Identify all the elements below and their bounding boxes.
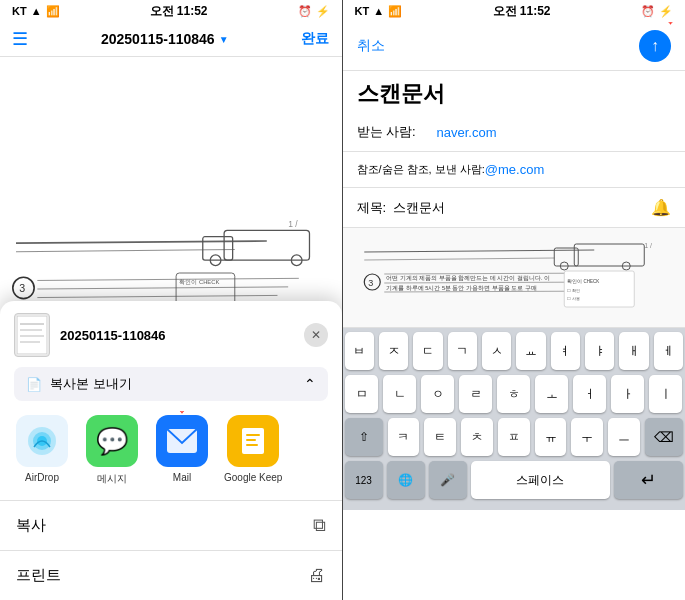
right-wifi-icon: 📶 [388, 5, 402, 18]
space-key[interactable]: 스페이스 [471, 461, 610, 499]
right-signal-icon: ▲ [373, 5, 384, 17]
key-nieun[interactable]: ㄴ [383, 375, 416, 413]
left-done-button[interactable]: 완료 [301, 30, 329, 48]
left-carrier: KT [12, 5, 27, 17]
keyboard-row-3: ⇧ ㅋ ㅌ ㅊ ㅍ ㅠ ㅜ ㅡ ⌫ [345, 418, 684, 456]
keep-item[interactable]: Google Keep [224, 415, 282, 486]
keyboard-row-1: ㅂ ㅈ ㄷ ㄱ ㅅ ㅛ ㅕ ㅑ ㅐ ㅔ [345, 332, 684, 370]
key-yeo[interactable]: ㅕ [551, 332, 580, 370]
svg-text:3: 3 [368, 278, 373, 288]
key-tieut[interactable]: ㅌ [424, 418, 456, 456]
key-eu[interactable]: ㅡ [608, 418, 640, 456]
airdrop-item[interactable]: AirDrop [14, 415, 70, 486]
compose-subject-field: 제목: 스캔문서 🔔 [343, 188, 686, 228]
send-button[interactable]: ↓ ↑ [639, 30, 671, 62]
left-nav-bar: ☰ 20250115-110846 ▼ 완료 [0, 22, 342, 57]
key-rieul[interactable]: ㄹ [459, 375, 492, 413]
key-ieung[interactable]: ㅇ [421, 375, 454, 413]
right-time: 오전 11:52 [493, 3, 551, 20]
subject-value[interactable]: 스캔문서 [393, 199, 652, 217]
key-chieut[interactable]: ㅊ [461, 418, 493, 456]
left-signal-icon: ▲ [31, 5, 42, 17]
key-siot[interactable]: ㅅ [482, 332, 511, 370]
send-icon: ↑ [651, 37, 659, 55]
right-alarm-icon: ⏰ [641, 5, 655, 18]
key-u[interactable]: ㅜ [571, 418, 603, 456]
svg-text:☐ 확인: ☐ 확인 [567, 288, 580, 293]
key-ae[interactable]: ㅐ [619, 332, 648, 370]
left-status-right: ⏰ ⚡ [298, 5, 330, 18]
key-jieut[interactable]: ㅈ [379, 332, 408, 370]
to-value[interactable]: naver.com [437, 125, 672, 140]
key-bieup[interactable]: ㅂ [345, 332, 374, 370]
cancel-button[interactable]: 취소 [357, 37, 385, 55]
shift-key[interactable]: ⇧ [345, 418, 383, 456]
mini-doc-svg: 1 / 3 어떤 기계의 제품의 부품을 함께만드는 데 시간이 걸립니다. 이… [351, 236, 678, 328]
share-close-button[interactable]: ✕ [304, 323, 328, 347]
key-digeut[interactable]: ㄷ [413, 332, 442, 370]
left-status-bar: KT ▲ 📶 오전 11:52 ⏰ ⚡ [0, 0, 342, 22]
messages-icon-bg: 💬 [86, 415, 138, 467]
left-time: 오전 11:52 [150, 3, 208, 20]
cc-value[interactable]: @me.com [485, 162, 671, 177]
left-battery-icon: ⚡ [316, 5, 330, 18]
left-alarm-icon: ⏰ [298, 5, 312, 18]
delete-key[interactable]: ⌫ [645, 418, 683, 456]
compose-cc-field: 참조/숨은 참조, 보낸 사람: @me.com [343, 152, 686, 188]
app-icons-row: AirDrop 💬 메시지 ↓ Mail [0, 411, 342, 500]
key-123[interactable]: 123 [345, 461, 383, 499]
mail-item[interactable]: ↓ Mail [154, 415, 210, 486]
globe-key[interactable]: 🌐 [387, 461, 425, 499]
svg-text:☐ 사용: ☐ 사용 [567, 296, 580, 301]
key-yo[interactable]: ㅛ [516, 332, 545, 370]
left-phone: KT ▲ 📶 오전 11:52 ⏰ ⚡ ☰ 20250115-110846 ▼ … [0, 0, 342, 600]
print-action[interactable]: 프린트 🖨 [0, 550, 342, 600]
svg-text:3: 3 [19, 282, 25, 294]
key-hieut[interactable]: ㅎ [497, 375, 530, 413]
airdrop-icon [26, 425, 58, 457]
svg-text:1 /: 1 / [644, 242, 652, 249]
mail-icon [167, 429, 197, 453]
key-o[interactable]: ㅗ [535, 375, 568, 413]
share-thumbnail [14, 313, 50, 357]
return-key[interactable]: ↵ [614, 461, 684, 499]
key-kieuk[interactable]: ㅋ [388, 418, 420, 456]
action-selector[interactable]: 📄 복사본 보내기 ⌃ [14, 367, 328, 401]
svg-rect-44 [246, 434, 260, 436]
left-menu-icon[interactable]: ☰ [12, 28, 28, 50]
key-eo[interactable]: ㅓ [573, 375, 606, 413]
compose-title: 스캔문서 [343, 71, 686, 113]
key-i[interactable]: ㅣ [649, 375, 682, 413]
svg-text:어떤 기계의 제품의 부품을 함께만드는 데 시간이 걸립니: 어떤 기계의 제품의 부품을 함께만드는 데 시간이 걸립니다. 이 [386, 275, 550, 281]
korean-keyboard: ㅂ ㅈ ㄷ ㄱ ㅅ ㅛ ㅕ ㅑ ㅐ ㅔ ㅁ ㄴ ㅇ ㄹ ㅎ ㅗ ㅓ ㅏ [343, 328, 686, 510]
messages-label: 메시지 [97, 472, 127, 486]
right-carrier: KT [355, 5, 370, 17]
keep-icon [238, 426, 268, 456]
airdrop-label: AirDrop [25, 472, 59, 483]
messages-item[interactable]: 💬 메시지 [84, 415, 140, 486]
svg-rect-46 [246, 444, 258, 446]
action-selector-icon: 📄 [26, 377, 42, 392]
right-battery-icon: ⚡ [659, 5, 673, 18]
send-arrow-indicator: ↓ [666, 22, 675, 29]
key-yu[interactable]: ㅠ [535, 418, 567, 456]
key-e[interactable]: ㅔ [654, 332, 683, 370]
subject-label: 제목: [357, 199, 393, 217]
mail-arrow-indicator: ↓ [178, 411, 187, 418]
mail-label: Mail [173, 472, 191, 483]
key-giyeok[interactable]: ㄱ [448, 332, 477, 370]
copy-action[interactable]: 복사 ⧉ [0, 500, 342, 550]
share-doc-title: 20250115-110846 [60, 328, 304, 343]
left-chevron-icon: ▼ [219, 34, 229, 45]
share-title-area: 20250115-110846 [50, 328, 304, 343]
right-status-right: ⏰ ⚡ [641, 5, 673, 18]
mic-key[interactable]: 🎤 [429, 461, 467, 499]
svg-rect-45 [246, 439, 256, 441]
key-ya[interactable]: ㅑ [585, 332, 614, 370]
compose-to-field: 받는 사람: naver.com [343, 113, 686, 152]
key-a[interactable]: ㅏ [611, 375, 644, 413]
airdrop-icon-bg [16, 415, 68, 467]
left-wifi-icon: 📶 [46, 5, 60, 18]
key-mieum[interactable]: ㅁ [345, 375, 378, 413]
key-pieup[interactable]: ㅍ [498, 418, 530, 456]
